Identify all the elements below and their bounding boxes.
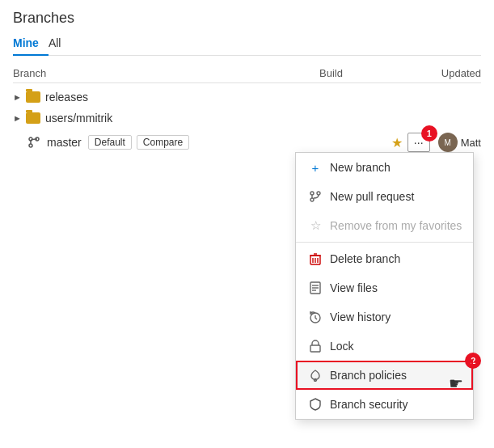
plus-icon: + (307, 159, 323, 175)
shield-icon (307, 396, 323, 412)
svg-rect-19 (310, 345, 320, 352)
svg-point-6 (317, 192, 320, 195)
folder-icon (26, 112, 40, 124)
file-icon (307, 280, 323, 296)
menu-item-remove-favorites[interactable]: ☆ Remove from my favorites (296, 211, 473, 240)
trash-icon (307, 251, 323, 267)
star-outline-icon: ☆ (307, 218, 323, 234)
lock-icon (307, 338, 323, 354)
menu-item-delete-branch[interactable]: Delete branch (296, 244, 473, 273)
context-menu: + New branch New pull request ☆ Remove f… (295, 152, 474, 420)
menu-item-view-history[interactable]: View history (296, 302, 473, 332)
menu-item-branch-policies[interactable]: Branch policies 2 ☛ (296, 361, 473, 390)
tabs-bar: Mine All (13, 33, 481, 56)
page-title: Branches (13, 10, 481, 27)
pull-request-icon (307, 188, 323, 205)
tab-mine[interactable]: Mine (13, 33, 49, 56)
svg-point-1 (29, 144, 32, 147)
compare-badge: Compare (137, 135, 189, 150)
svg-point-5 (310, 198, 314, 201)
menu-item-new-branch[interactable]: + New branch (296, 153, 473, 182)
header-updated: Updated (416, 67, 481, 79)
master-branch-name: master (47, 136, 82, 149)
annotation-1: 1 (421, 125, 437, 142)
menu-item-lock[interactable]: Lock (296, 332, 473, 361)
history-icon (307, 309, 323, 325)
table-header: Branch Build Updated (13, 64, 481, 83)
tab-all[interactable]: All (49, 33, 71, 56)
list-item: ► releases (13, 87, 481, 108)
branch-icon (26, 134, 42, 150)
branch-menu-button[interactable]: ··· 1 (407, 133, 430, 152)
branch-name-users-mmitrik: users/mmitrik (45, 112, 112, 125)
list-item: ► users/mmitrik (13, 108, 481, 129)
folder-icon (26, 91, 40, 103)
menu-divider (296, 242, 473, 243)
header-build: Build (319, 67, 416, 79)
header-branch: Branch (13, 67, 319, 79)
menu-item-new-pull-request[interactable]: New pull request (296, 182, 473, 211)
avatar: M (438, 133, 458, 152)
expand-toggle[interactable]: ► (13, 92, 26, 102)
menu-item-view-files[interactable]: View files (296, 273, 473, 302)
annotation-2: 2 (465, 353, 481, 369)
menu-item-branch-security[interactable]: Branch security (296, 390, 473, 419)
branch-name-releases: releases (45, 91, 88, 104)
user-name: Matt (461, 137, 481, 149)
default-badge: Default (88, 135, 132, 150)
branch-policy-icon (307, 367, 323, 383)
star-icon[interactable]: ★ (391, 135, 403, 150)
expand-toggle[interactable]: ► (13, 113, 26, 123)
svg-point-4 (310, 192, 314, 195)
cursor-icon: ☛ (449, 374, 463, 393)
